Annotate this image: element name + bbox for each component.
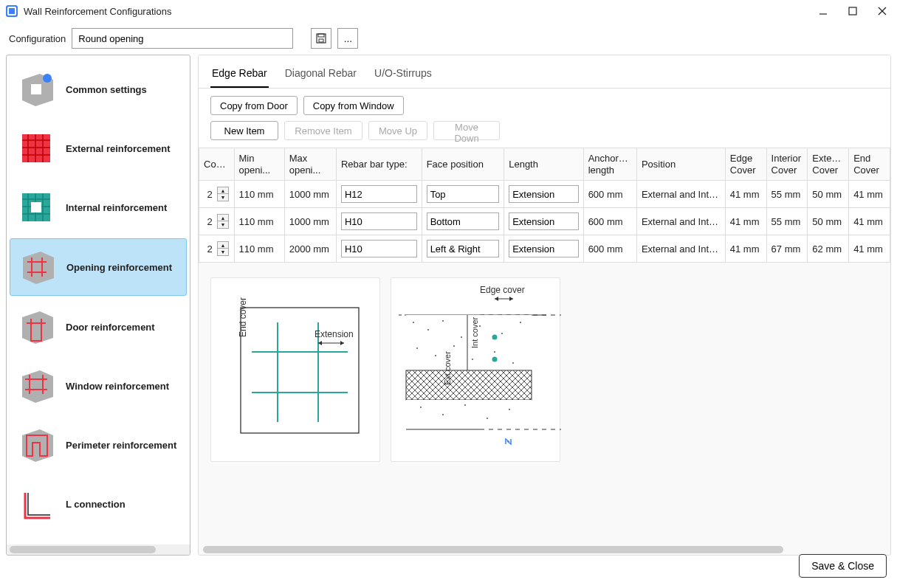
cell-interior-cover[interactable]: 55 mm (766, 208, 808, 235)
cell-min[interactable]: 110 mm (234, 208, 284, 235)
spinner-up-icon[interactable]: ▲ (218, 242, 228, 249)
more-button[interactable]: ... (337, 28, 358, 49)
face-position-input[interactable] (427, 240, 500, 257)
svg-point-78 (464, 404, 466, 406)
sidebar-item-label: Door reinforcement (66, 322, 155, 333)
column-header[interactable]: End Cover (849, 148, 890, 181)
sidebar-item-common-settings[interactable]: Common settings (10, 61, 187, 117)
column-header[interactable]: Position (636, 148, 725, 181)
cell-interior-cover[interactable]: 67 mm (766, 235, 808, 263)
spinner-up-icon[interactable]: ▲ (218, 187, 228, 194)
svg-point-80 (509, 409, 510, 410)
column-header[interactable]: Min openi... (234, 148, 284, 181)
cell-max[interactable]: 1000 mm (284, 208, 336, 235)
cell-end-cover[interactable]: 41 mm (849, 235, 890, 263)
column-header[interactable]: Interior Cover (766, 148, 808, 181)
cell-interior-cover[interactable]: 55 mm (766, 181, 808, 208)
move-down-button[interactable]: Move Down (433, 121, 500, 140)
save-and-close-button[interactable]: Save & Close (799, 554, 887, 578)
rebar-type-input[interactable] (341, 240, 417, 257)
cell-anchorage[interactable]: 600 mm (583, 235, 636, 263)
cell-anchorage[interactable]: 600 mm (583, 181, 636, 208)
sidebar-item-l-connection[interactable]: L connection (10, 476, 187, 532)
cell-exterior-cover[interactable]: 50 mm (808, 208, 849, 235)
sidebar-item-label: Opening reinforcement (66, 262, 172, 273)
rebar-type-input[interactable] (341, 212, 417, 230)
new-item-button[interactable]: New Item (210, 121, 278, 140)
remove-item-button[interactable]: Remove Item (284, 121, 362, 140)
cell-position[interactable]: External and Internal (636, 235, 725, 263)
save-icon-button[interactable] (311, 28, 331, 49)
sidebar-item-perimeter-reinforcement[interactable]: Perimeter reinforcement (10, 417, 187, 473)
close-button[interactable] (873, 2, 891, 20)
count-spinner[interactable]: 2▲▼ (204, 214, 230, 229)
count-spinner[interactable]: 2▲▼ (204, 187, 230, 201)
copy-from-door-button[interactable]: Copy from Door (210, 96, 298, 115)
copy-from-window-button[interactable]: Copy from Window (303, 96, 404, 115)
svg-rect-40 (241, 308, 359, 433)
column-header[interactable]: Anchorage length (583, 148, 636, 181)
svg-point-67 (435, 355, 436, 356)
svg-rect-9 (22, 134, 50, 162)
cell-edge-cover[interactable]: 41 mm (725, 181, 766, 208)
column-header[interactable]: Rebar bar type: (336, 148, 422, 181)
tab-u-o-stirrups[interactable]: U/O-Stirrups (373, 63, 433, 88)
cell-end-cover[interactable]: 41 mm (849, 181, 890, 208)
length-input[interactable] (509, 185, 578, 203)
length-input[interactable] (509, 240, 578, 257)
cell-min[interactable]: 110 mm (234, 235, 284, 263)
svg-rect-1 (849, 7, 856, 15)
sidebar-item-internal-reinforcement[interactable]: Internal reinforcement (10, 179, 187, 235)
cell-exterior-cover[interactable]: 62 mm (808, 235, 849, 263)
face-position-input[interactable] (427, 212, 500, 230)
rebar-type-input[interactable] (341, 185, 417, 203)
tab-edge-rebar[interactable]: Edge Rebar (210, 63, 269, 88)
cell-exterior-cover[interactable]: 50 mm (808, 181, 849, 208)
cell-edge-cover[interactable]: 41 mm (725, 208, 766, 235)
count-spinner[interactable]: 2▲▼ (204, 241, 230, 256)
column-header[interactable]: Edge Cover (725, 148, 766, 181)
spinner-up-icon[interactable]: ▲ (218, 215, 228, 221)
svg-marker-49 (340, 341, 344, 345)
cell-max[interactable]: 2000 mm (284, 235, 336, 263)
column-header[interactable]: Exterior Cover (808, 148, 849, 181)
configuration-input[interactable] (72, 28, 293, 49)
column-header[interactable]: Length (504, 148, 583, 181)
cell-end-cover[interactable]: 41 mm (849, 208, 890, 235)
spinner-down-icon[interactable]: ▼ (218, 249, 228, 255)
cell-min[interactable]: 110 mm (234, 181, 284, 208)
column-header[interactable]: Count (199, 148, 235, 181)
sidebar-item-opening-reinforcement[interactable]: Opening reinforcement (10, 238, 187, 296)
column-header[interactable]: Face position (422, 148, 504, 181)
spinner-down-icon[interactable]: ▼ (218, 221, 228, 228)
minimize-button[interactable] (814, 2, 832, 20)
sidebar-thumb-icon (16, 128, 57, 169)
cell-position[interactable]: External and Internal (636, 181, 725, 208)
spinner-down-icon[interactable]: ▼ (218, 194, 228, 201)
toolbar-row-1: Copy from Door Copy from Window (199, 89, 890, 118)
cell-position[interactable]: External and Internal (636, 208, 725, 235)
svg-point-64 (501, 333, 503, 334)
svg-text:Edge cover: Edge cover (480, 285, 525, 295)
svg-rect-6 (319, 39, 323, 42)
content-horizontal-scrollbar[interactable] (203, 544, 886, 555)
move-up-button[interactable]: Move Up (368, 121, 427, 140)
maximize-button[interactable] (844, 2, 862, 20)
tab-diagonal-rebar[interactable]: Diagonal Rebar (283, 63, 358, 88)
cell-anchorage[interactable]: 600 mm (583, 208, 636, 235)
sidebar-thumb-icon (16, 246, 58, 288)
sidebar-item-window-reinforcement[interactable]: Window reinforcement (10, 358, 187, 414)
svg-point-70 (494, 351, 495, 353)
sidebar-item-external-reinforcement[interactable]: External reinforcement (10, 120, 187, 176)
column-header[interactable]: Max openi... (284, 148, 336, 181)
sidebar-item-label: Perimeter reinforcement (66, 440, 176, 451)
table-row: 2▲▼110 mm2000 mm600 mmExternal and Inter… (199, 235, 890, 263)
sidebar-thumb-icon (16, 424, 57, 466)
length-input[interactable] (509, 212, 578, 230)
sidebar-horizontal-scrollbar[interactable] (7, 544, 190, 555)
sidebar-item-door-reinforcement[interactable]: Door reinforcement (10, 299, 187, 355)
cell-edge-cover[interactable]: 41 mm (725, 235, 766, 263)
cell-max[interactable]: 1000 mm (284, 181, 336, 208)
sidebar-thumb-icon (16, 187, 57, 228)
face-position-input[interactable] (427, 185, 500, 203)
